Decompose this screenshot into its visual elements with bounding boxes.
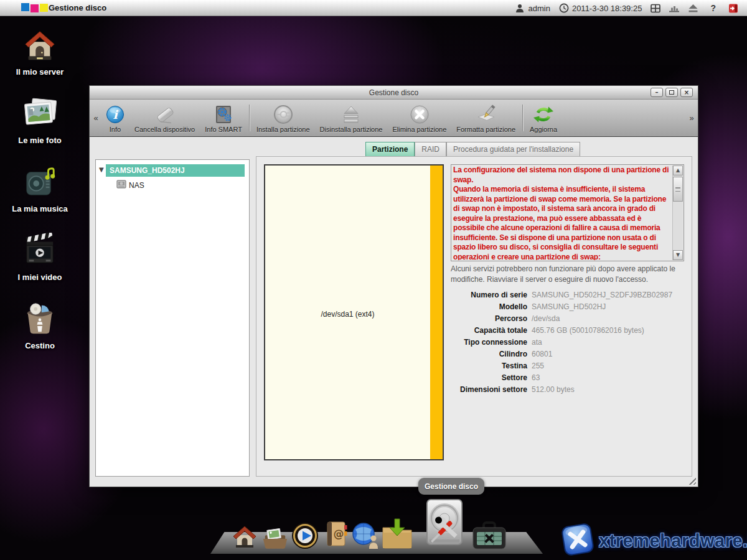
- window-toolbar: « i Info Cancella dispositivo Info SMART…: [90, 100, 698, 137]
- info-button[interactable]: i Info: [101, 100, 129, 136]
- active-app-title: Gestione disco: [49, 0, 106, 16]
- dock-photos-icon[interactable]: [261, 526, 289, 553]
- delete-partition-button[interactable]: Elimina partizione: [387, 100, 451, 136]
- scroll-down-icon[interactable]: ▼: [673, 250, 683, 260]
- desktop-icon-my-photos[interactable]: Le mie foto: [5, 92, 75, 145]
- install-partition-button[interactable]: Installa partizione: [251, 100, 315, 136]
- user-menu[interactable]: admin: [515, 3, 550, 13]
- mount-icon: [273, 103, 294, 126]
- format-icon: [476, 103, 497, 126]
- detail-row: ModelloSAMSUNG_HD502HJ: [443, 301, 672, 312]
- apps-grid-icon[interactable]: [651, 3, 660, 13]
- tree-expander-icon[interactable]: ▼: [99, 166, 104, 173]
- photos-icon: [5, 92, 75, 131]
- dock-toolbox-icon[interactable]: [472, 520, 507, 553]
- svg-text:@: @: [334, 528, 344, 540]
- close-button[interactable]: ×: [680, 88, 693, 97]
- tab-partizione[interactable]: Partizione: [365, 142, 415, 156]
- detail-row: Settore63: [443, 371, 672, 383]
- toolbar-separator: [522, 105, 523, 131]
- logout-icon[interactable]: [728, 3, 738, 13]
- detail-row: Dimensioni settore512.00 bytes: [443, 383, 672, 395]
- toolbar-overflow-left-icon[interactable]: «: [91, 100, 101, 136]
- unmount-icon: [341, 103, 362, 126]
- home-icon: [5, 24, 75, 62]
- tab-install-wizard[interactable]: Procedura guidata per l'installazione: [446, 142, 580, 156]
- watermark-x-logo: [560, 521, 595, 560]
- tab-raid[interactable]: RAID: [415, 142, 446, 156]
- disk-management-window: Gestione disco – × « i Info Cancella dis…: [89, 85, 698, 487]
- desktop-icon-label: Le mie foto: [5, 136, 75, 145]
- tree-node-nas[interactable]: NAS: [96, 179, 249, 192]
- brand-logo: [21, 3, 48, 11]
- smart-info-button[interactable]: Info SMART: [200, 100, 247, 136]
- refresh-button[interactable]: Aggiorna: [525, 100, 562, 136]
- warning-scrollbar[interactable]: ▲ ▼: [672, 166, 683, 260]
- swap-warning-text: La configurazione del sistema non dispon…: [453, 166, 670, 260]
- dock-downloads-icon[interactable]: [381, 516, 413, 553]
- tree-node-nas-label: NAS: [129, 181, 144, 190]
- tree-node-disk-label[interactable]: SAMSUNG_HD502HJ: [106, 164, 245, 177]
- clock: 2011-3-30 18:39:25: [559, 3, 642, 13]
- detail-row: Percorso/dev/sda: [443, 312, 672, 324]
- scroll-up-icon[interactable]: ▲: [673, 166, 683, 175]
- desktop-icon-my-videos[interactable]: I miei video: [5, 229, 75, 282]
- desktop-icon-trash[interactable]: Cestino: [5, 297, 75, 350]
- delete-icon: [409, 103, 430, 126]
- format-partition-button[interactable]: Formatta partizione: [451, 100, 520, 136]
- device-tree-panel: ▼ SAMSUNG_HD502HJ NAS: [95, 159, 250, 477]
- site-watermark: xtremehardware.it: [560, 521, 747, 560]
- desktop-icon-my-server[interactable]: Il mio server: [5, 24, 75, 77]
- disk-details-list: Numero di serieSAMSUNG_HD502HJ_S2DFJ9BZB…: [443, 289, 672, 395]
- desktop-icon-my-music[interactable]: La mia musica: [5, 161, 75, 213]
- desktop-icon-label: I miei video: [5, 273, 75, 282]
- erase-device-button[interactable]: Cancella dispositivo: [129, 100, 200, 136]
- video-icon: [5, 229, 75, 268]
- eraser-icon: [154, 103, 176, 126]
- maximize-button[interactable]: [665, 88, 678, 97]
- desktop: Gestione disco admin 2011-3-30 18:39:25 …: [0, 0, 747, 560]
- partition-main-panel: /dev/sda1 (ext4) La configurazione del s…: [256, 156, 692, 477]
- maximize-icon: [669, 90, 674, 95]
- clock-icon: [559, 3, 569, 13]
- desktop-icon-label: Cestino: [5, 341, 75, 350]
- datetime: 2011-3-30 18:39:25: [572, 4, 642, 13]
- desktop-icon-label: Il mio server: [5, 67, 75, 77]
- dock-home-icon[interactable]: [231, 523, 258, 553]
- tree-node-disk[interactable]: ▼ SAMSUNG_HD502HJ: [96, 164, 249, 177]
- window-titlebar[interactable]: Gestione disco – ×: [90, 86, 698, 100]
- info-icon: i: [106, 103, 125, 126]
- dock-tooltip: Gestione disco: [418, 478, 484, 495]
- tab-bar: Partizione RAID Procedura guidata per l'…: [365, 142, 580, 156]
- uninstall-partition-button[interactable]: Disinstalla partizione: [315, 100, 388, 136]
- detail-row: Tipo connessioneata: [443, 336, 672, 348]
- swap-warning-box: La configurazione del sistema non dispon…: [451, 164, 684, 261]
- dock-address-book-icon[interactable]: @: [323, 520, 349, 551]
- trash-icon: [5, 297, 75, 336]
- detail-row: Cilindro60801: [443, 348, 672, 360]
- dock-disk-manager-icon[interactable]: [421, 498, 467, 553]
- minimize-button[interactable]: –: [651, 88, 663, 97]
- detail-row: Testina255: [443, 360, 672, 371]
- toolbar-overflow-right-icon[interactable]: »: [687, 100, 697, 136]
- top-menubar: Gestione disco admin 2011-3-30 18:39:25 …: [0, 0, 747, 16]
- user-icon: [515, 3, 525, 13]
- detail-row: Capacità totale465.76 GB (500107862016 b…: [443, 324, 672, 336]
- widgets-icon[interactable]: [669, 3, 679, 13]
- scrollbar-thumb[interactable]: [673, 177, 683, 202]
- window-resize-grip[interactable]: [687, 476, 696, 485]
- window-title: Gestione disco: [90, 86, 698, 100]
- partition-map[interactable]: /dev/sda1 (ext4): [264, 164, 444, 460]
- smart-disk-icon: [213, 103, 234, 126]
- refresh-icon: [533, 103, 554, 126]
- eject-icon[interactable]: [688, 3, 698, 13]
- help-icon[interactable]: ?: [707, 3, 720, 13]
- watermark-text: xtremehardware.it: [599, 531, 747, 551]
- partition-free-space-stripe[interactable]: [430, 166, 443, 459]
- partition-label: /dev/sda1 (ext4): [265, 310, 430, 319]
- dock-network-icon[interactable]: [351, 521, 380, 553]
- services-note: Alcuni servizi potrebbero non funzionare…: [451, 264, 686, 285]
- user-name: admin: [528, 4, 550, 13]
- dock-media-player-icon[interactable]: [291, 521, 319, 553]
- detail-row: Numero di serieSAMSUNG_HD502HJ_S2DFJ9BZB…: [443, 289, 672, 301]
